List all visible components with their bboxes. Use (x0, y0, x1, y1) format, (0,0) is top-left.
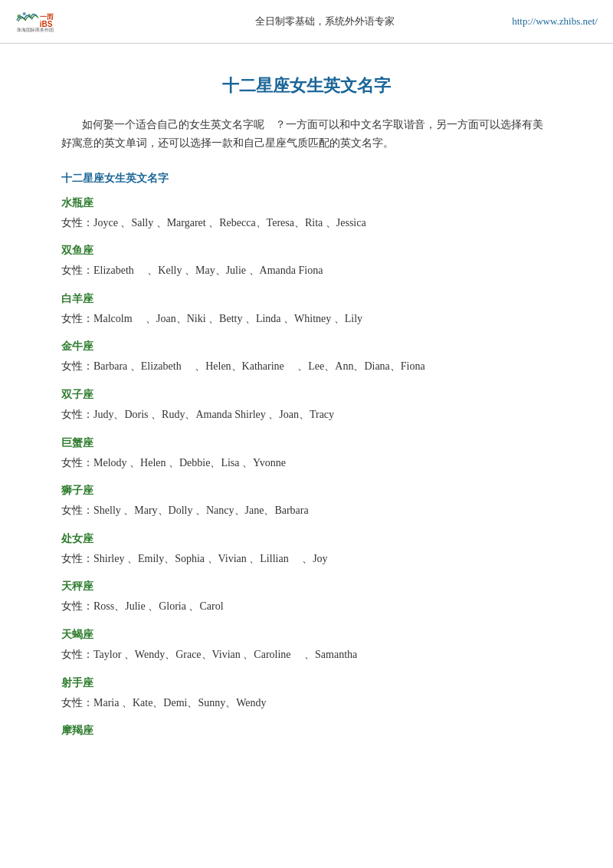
gender-label: 女性： (61, 265, 93, 276)
zodiac-item: 天蝎座女性：Taylor 、Wendy、Grace、Vivian 、Caroli… (61, 628, 552, 666)
zodiac-names-line: 女性：Taylor 、Wendy、Grace、Vivian 、Caroline … (61, 645, 552, 666)
zodiac-item: 水瓶座女性：Joyce 、Sally 、Margaret 、Rebecca、Te… (61, 196, 552, 234)
svg-point-2 (28, 14, 31, 16)
zodiac-names-line: 女性：Malcolm 、Joan、Niki 、Betty 、Linda 、Whi… (61, 309, 552, 330)
zodiac-names-line: 女性：Shirley 、Emily、Sophia 、Vivian 、Lillia… (61, 549, 552, 570)
names-text: Joyce 、Sally 、Margaret 、Rebecca、Teresa、R… (93, 217, 366, 229)
zodiac-item: 白羊座女性：Malcolm 、Joan、Niki 、Betty 、Linda 、… (61, 292, 552, 330)
intro-paragraph: 如何娶一个适合自己的女生英文名字呢 ？一方面可以和中文名字取谐音，另一方面可以选… (61, 116, 552, 153)
names-text: Judy、Doris 、Rudy、Amanda Shirley 、Joan、Tr… (93, 409, 334, 420)
section-label: 十二星座女生英文名字 (61, 172, 552, 186)
gender-label: 女性： (61, 457, 93, 469)
gender-label: 女性： (61, 505, 93, 516)
header-tagline: 全日制零基础，系统外外语专家 (138, 15, 512, 28)
zodiac-list: 水瓶座女性：Joyce 、Sally 、Margaret 、Rebecca、Te… (61, 196, 552, 738)
zodiac-name: 处女座 (61, 532, 552, 546)
zodiac-names-line: 女性：Melody 、Helen 、Debbie、Lisa 、Yvonne (61, 453, 552, 474)
zodiac-item: 巨蟹座女性：Melody 、Helen 、Debbie、Lisa 、Yvonne (61, 436, 552, 474)
names-text: Shirley 、Emily、Sophia 、Vivian 、Lillian 、… (93, 553, 328, 564)
zodiac-names-line: 女性：Shelly 、Mary、Dolly 、Nancy、Jane、Barbar… (61, 501, 552, 521)
zodiac-item: 双子座女性：Judy、Doris 、Rudy、Amanda Shirley 、J… (61, 388, 552, 426)
svg-text:珠海国际商务外国语学院: 珠海国际商务外国语学院 (17, 27, 54, 32)
zodiac-item: 金牛座女性：Barbara 、Elizabeth 、Helen、Katharin… (61, 340, 552, 377)
zodiac-item: 狮子座女性：Shelly 、Mary、Dolly 、Nancy、Jane、Bar… (61, 484, 552, 521)
zodiac-name: 摩羯座 (61, 724, 552, 738)
names-text: Malcolm 、Joan、Niki 、Betty 、Linda 、Whitne… (93, 313, 362, 324)
gender-label: 女性： (61, 697, 93, 709)
zodiac-name: 金牛座 (61, 340, 552, 353)
zodiac-item: 处女座女性：Shirley 、Emily、Sophia 、Vivian 、Lil… (61, 532, 552, 570)
zodiac-names-line: 女性：Ross、Julie 、Gloria 、Carol (61, 597, 552, 617)
zodiac-names-line: 女性：Elizabeth 、Kelly 、May、Julie 、Amanda F… (61, 261, 552, 281)
zodiac-item: 射手座女性：Maria 、Kate、Demi、Sunny、Wendy (61, 676, 552, 714)
page-title: 十二星座女生英文名字 (61, 74, 552, 97)
main-content: 十二星座女生英文名字 如何娶一个适合自己的女生英文名字呢 ？一方面可以和中文名字… (0, 44, 613, 756)
gender-label: 女性： (61, 649, 93, 660)
svg-point-0 (18, 15, 21, 18)
zodiac-names-line: 女性：Judy、Doris 、Rudy、Amanda Shirley 、Joan… (61, 405, 552, 426)
header-url[interactable]: http://www.zhibs.net/ (512, 15, 598, 28)
gender-label: 女性： (61, 409, 93, 420)
zodiac-name: 双鱼座 (61, 244, 552, 258)
svg-point-1 (23, 12, 26, 15)
names-text: Maria 、Kate、Demi、Sunny、Wendy (93, 697, 267, 709)
page-header: 一而 iBS 珠海国际商务外国语学院 全日制零基础，系统外外语专家 http:/… (0, 0, 613, 44)
zodiac-name: 巨蟹座 (61, 436, 552, 450)
names-text: Taylor 、Wendy、Grace、Vivian 、Caroline 、Sa… (93, 649, 357, 660)
gender-label: 女性： (61, 217, 93, 229)
names-text: Barbara 、Elizabeth 、Helen、Katharine 、Lee… (93, 360, 425, 372)
zodiac-name: 天秤座 (61, 580, 552, 593)
gender-label: 女性： (61, 553, 93, 564)
zodiac-name: 水瓶座 (61, 196, 552, 210)
zodiac-name: 白羊座 (61, 292, 552, 306)
zodiac-name: 射手座 (61, 676, 552, 690)
zodiac-name: 天蝎座 (61, 628, 552, 642)
zodiac-name: 双子座 (61, 388, 552, 402)
logo-icon: 一而 iBS 珠海国际商务外国语学院 (15, 6, 54, 37)
gender-label: 女性： (61, 600, 93, 612)
zodiac-name: 狮子座 (61, 484, 552, 498)
names-text: Elizabeth 、Kelly 、May、Julie 、Amanda Fion… (93, 265, 323, 276)
zodiac-names-line: 女性：Barbara 、Elizabeth 、Helen、Katharine 、… (61, 357, 552, 377)
svg-text:iBS: iBS (40, 20, 53, 28)
gender-label: 女性： (61, 360, 93, 372)
zodiac-names-line: 女性：Maria 、Kate、Demi、Sunny、Wendy (61, 693, 552, 714)
names-text: Melody 、Helen 、Debbie、Lisa 、Yvonne (93, 457, 286, 469)
names-text: Shelly 、Mary、Dolly 、Nancy、Jane、Barbara (93, 505, 309, 516)
zodiac-item: 天秤座女性：Ross、Julie 、Gloria 、Carol (61, 580, 552, 617)
gender-label: 女性： (61, 313, 93, 324)
logo-area: 一而 iBS 珠海国际商务外国语学院 (15, 6, 138, 37)
zodiac-names-line: 女性：Joyce 、Sally 、Margaret 、Rebecca、Teres… (61, 213, 552, 234)
zodiac-item: 双鱼座女性：Elizabeth 、Kelly 、May、Julie 、Amand… (61, 244, 552, 281)
names-text: Ross、Julie 、Gloria 、Carol (93, 600, 224, 612)
zodiac-item: 摩羯座 (61, 724, 552, 738)
